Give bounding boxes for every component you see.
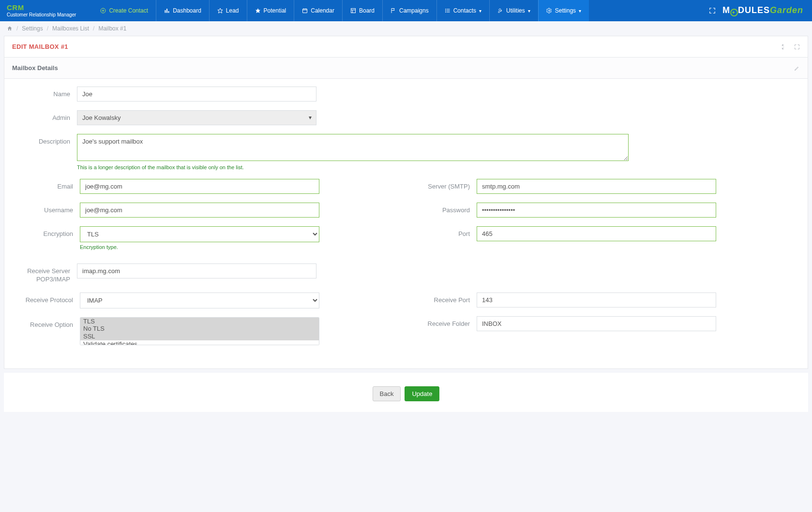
brand: CRM Customer Relationship Manager	[0, 4, 83, 17]
bar-chart-icon	[164, 8, 170, 14]
nav-calendar[interactable]: Calendar	[294, 0, 342, 21]
label-username: Username	[12, 203, 80, 214]
label-receive-port: Receive Port	[409, 293, 477, 304]
password-input[interactable]	[477, 203, 716, 218]
svg-rect-12	[351, 9, 355, 13]
svg-rect-8	[303, 9, 307, 13]
nav-label: Potential	[264, 7, 286, 14]
brand-subtitle: Customer Relationship Manager	[7, 12, 76, 17]
nav-create-contact[interactable]: Create Contact	[92, 0, 156, 21]
svg-point-19	[445, 11, 446, 11]
nav-board[interactable]: Board	[342, 0, 382, 21]
nav-dashboard[interactable]: Dashboard	[156, 0, 209, 21]
svg-line-23	[782, 47, 784, 49]
svg-line-22	[782, 44, 784, 46]
nav-label: Contacts	[453, 7, 476, 14]
nav-lead[interactable]: Lead	[209, 0, 247, 21]
star-outline-icon	[217, 8, 223, 14]
port-input[interactable]	[477, 226, 716, 241]
section-title: Mailbox Details	[12, 64, 58, 72]
pencil-icon[interactable]	[794, 65, 800, 71]
label-receive-option: Receive Option	[12, 317, 80, 328]
back-button[interactable]: Back	[373, 386, 401, 401]
flag-icon	[391, 8, 396, 14]
modulesgarden-logo: M✦DULESGarden	[722, 5, 803, 16]
encryption-help: Encryption type.	[80, 244, 319, 250]
nav-label: Utilities	[506, 7, 525, 14]
nav-label: Campaigns	[399, 7, 429, 14]
footer-actions: Back Update	[4, 373, 808, 412]
nav-label: Lead	[226, 7, 239, 14]
top-nav: CRM Customer Relationship Manager Create…	[0, 0, 812, 21]
chevron-down-icon: ▾	[579, 8, 581, 14]
update-button[interactable]: Update	[405, 386, 439, 401]
nav-label: Dashboard	[173, 7, 201, 14]
encryption-select[interactable]: TLS	[80, 226, 319, 242]
svg-marker-6	[218, 8, 223, 13]
receive-server-input[interactable]	[77, 263, 316, 278]
breadcrumb-mailboxes[interactable]: Mailboxes List	[52, 25, 89, 32]
label-receive-folder: Receive Folder	[409, 316, 477, 327]
panel-title: EDIT MAILBOX #1	[12, 43, 68, 50]
svg-rect-4	[166, 9, 167, 13]
nav-campaigns[interactable]: Campaigns	[382, 0, 436, 21]
svg-point-21	[548, 10, 550, 12]
breadcrumb: / Settings / Mailboxes List / Mailbox #1	[0, 21, 812, 36]
nav-utilities[interactable]: Utilities ▾	[489, 0, 538, 21]
svg-rect-3	[165, 10, 166, 13]
email-input[interactable]	[80, 179, 319, 194]
svg-marker-7	[256, 8, 260, 13]
nav-settings[interactable]: Settings ▾	[538, 0, 589, 21]
calendar-icon	[302, 8, 308, 14]
username-input[interactable]	[80, 203, 319, 218]
chevron-down-icon: ▾	[479, 8, 481, 14]
expand-icon[interactable]	[794, 44, 800, 50]
admin-select[interactable]: Joe Kowalsky	[77, 110, 316, 125]
nav-label: Board	[359, 7, 375, 14]
star-icon	[255, 8, 261, 14]
label-email: Email	[12, 179, 80, 190]
svg-point-18	[445, 9, 446, 10]
breadcrumb-settings[interactable]: Settings	[22, 25, 43, 32]
svg-point-20	[445, 12, 446, 13]
label-description: Description	[9, 134, 77, 145]
label-port: Port	[409, 226, 477, 237]
receive-port-input[interactable]	[477, 293, 716, 307]
svg-rect-5	[168, 11, 169, 13]
nav-label: Create Contact	[109, 7, 148, 14]
nav-label: Settings	[555, 7, 576, 14]
label-server-smtp: Server (SMTP)	[409, 179, 477, 190]
label-name: Name	[9, 87, 77, 98]
description-help: This is a longer description of the mail…	[77, 164, 629, 170]
name-input[interactable]	[77, 87, 316, 102]
description-textarea[interactable]: Joe's support mailbox	[77, 134, 629, 161]
list-icon	[445, 8, 451, 14]
home-icon[interactable]	[7, 26, 13, 31]
board-icon	[350, 8, 356, 14]
receive-folder-input[interactable]	[477, 316, 716, 331]
fullscreen-icon[interactable]	[709, 7, 716, 14]
nav-potential[interactable]: Potential	[247, 0, 294, 21]
plus-circle-icon	[100, 8, 106, 14]
collapse-icon[interactable]	[782, 44, 787, 50]
brand-title: CRM	[7, 4, 76, 12]
wrench-icon	[497, 8, 503, 14]
label-encryption: Encryption	[12, 226, 80, 237]
label-receive-server: Receive Server POP3/IMAP	[9, 263, 77, 284]
breadcrumb-current: Mailbox #1	[98, 25, 126, 32]
nav-label: Calendar	[311, 7, 334, 14]
server-smtp-input[interactable]	[477, 179, 716, 194]
gear-icon	[546, 8, 552, 14]
edit-panel: EDIT MAILBOX #1 Mailbox Details Name Adm…	[4, 36, 808, 369]
nav-contacts[interactable]: Contacts ▾	[436, 0, 489, 21]
label-password: Password	[409, 203, 477, 214]
label-receive-protocol: Receive Protocol	[12, 293, 80, 305]
receive-option-multiselect[interactable]: TLS No TLS SSL Validate certificates	[80, 317, 319, 345]
receive-protocol-select[interactable]: IMAP	[80, 293, 319, 308]
chevron-down-icon: ▾	[528, 8, 530, 14]
label-admin: Admin	[9, 110, 77, 121]
